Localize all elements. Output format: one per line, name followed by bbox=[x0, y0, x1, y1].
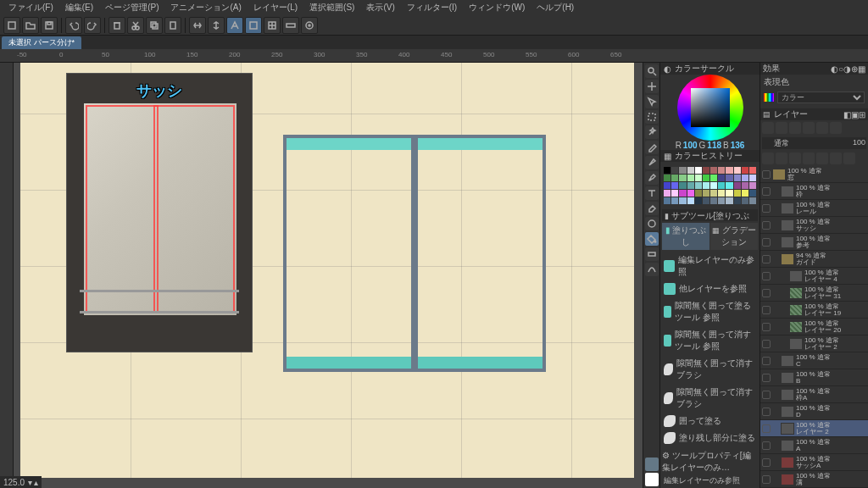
layer-row[interactable]: 100 % 通常窓 bbox=[760, 166, 868, 183]
visibility-toggle[interactable] bbox=[762, 391, 771, 399]
redo-button[interactable] bbox=[84, 17, 101, 34]
visibility-toggle[interactable] bbox=[762, 441, 771, 450]
zoom-up-icon[interactable]: ▴ bbox=[34, 478, 38, 487]
color-swatch[interactable] bbox=[749, 197, 756, 204]
layer-row[interactable]: 100 % 通常C bbox=[760, 352, 868, 369]
tool-a-button[interactable] bbox=[226, 17, 243, 34]
menu-select[interactable]: 選択範囲(S) bbox=[304, 0, 359, 15]
layer-row[interactable]: 100 % 通常枠 bbox=[760, 183, 868, 200]
subtool-row[interactable]: 隙間無く囲って消すブラシ bbox=[662, 355, 758, 384]
layer-row[interactable]: 100 % 通常枠A bbox=[760, 386, 868, 403]
layer-row[interactable]: 100 % 通常レイヤー 2 bbox=[760, 420, 868, 437]
color-swatch[interactable] bbox=[726, 175, 732, 181]
layer-row[interactable]: 94 % 通常ガイド bbox=[760, 251, 868, 268]
visibility-toggle[interactable] bbox=[762, 475, 771, 484]
color-swatch[interactable] bbox=[695, 190, 702, 197]
visibility-toggle[interactable] bbox=[762, 221, 771, 230]
cut-button[interactable] bbox=[127, 17, 144, 34]
menu-file[interactable]: ファイル(F) bbox=[3, 0, 58, 15]
color-swatch[interactable] bbox=[749, 167, 756, 174]
color-swatch[interactable] bbox=[710, 190, 717, 197]
color-swatch[interactable] bbox=[695, 167, 702, 174]
new-button[interactable] bbox=[3, 17, 20, 34]
color-swatch[interactable] bbox=[734, 167, 741, 174]
color-swatch[interactable] bbox=[734, 182, 741, 189]
subtool-row[interactable]: 囲って塗る bbox=[662, 413, 758, 430]
color-swatch[interactable] bbox=[671, 167, 678, 174]
color-swatch[interactable] bbox=[710, 197, 717, 204]
visibility-toggle[interactable] bbox=[762, 424, 771, 433]
color-swatch[interactable] bbox=[726, 167, 732, 174]
visibility-toggle[interactable] bbox=[762, 255, 771, 263]
color-swatch[interactable] bbox=[664, 182, 670, 189]
color-swatch[interactable] bbox=[703, 175, 709, 181]
color-swatch[interactable] bbox=[687, 182, 694, 189]
color-swatch[interactable] bbox=[679, 175, 686, 181]
subtool-row[interactable]: 塗り残し部分に塗る bbox=[662, 430, 758, 446]
visibility-toggle[interactable] bbox=[762, 357, 771, 365]
color-swatch[interactable] bbox=[742, 197, 748, 204]
layer-lock-6[interactable] bbox=[830, 152, 842, 164]
color-swatch[interactable] bbox=[671, 175, 678, 181]
flip-h-button[interactable] bbox=[189, 17, 206, 34]
menu-page[interactable]: ページ管理(P) bbox=[100, 0, 164, 15]
visibility-toggle[interactable] bbox=[762, 187, 771, 196]
subtool-tab-fill[interactable]: ▮ 塗りつぶし bbox=[662, 223, 709, 250]
color-swatch[interactable] bbox=[749, 182, 756, 189]
menu-help[interactable]: ヘルプ(H) bbox=[531, 0, 579, 15]
color-swatch[interactable] bbox=[726, 197, 732, 204]
canvas-area[interactable]: サッシ bbox=[14, 63, 643, 488]
visibility-toggle[interactable] bbox=[762, 458, 771, 467]
subtool-row[interactable]: 隙間無く囲って消すブラシ bbox=[662, 384, 758, 413]
layer-row[interactable]: 100 % 通常参考 bbox=[760, 234, 868, 251]
brush-tool[interactable] bbox=[645, 171, 659, 185]
subtool-row[interactable]: 編集レイヤーのみ参照 bbox=[662, 252, 758, 280]
color-swatch[interactable] bbox=[664, 197, 670, 204]
menu-edit[interactable]: 編集(E) bbox=[60, 0, 98, 15]
color-swatch[interactable] bbox=[695, 182, 702, 189]
colormode-select[interactable]: カラー bbox=[777, 92, 865, 103]
color-swatch[interactable] bbox=[703, 197, 709, 204]
subtool-row[interactable]: 隙間無く囲って消すツール 参照 bbox=[662, 326, 758, 355]
visibility-toggle[interactable] bbox=[762, 238, 771, 247]
visibility-toggle[interactable] bbox=[762, 306, 771, 314]
color-swatch[interactable] bbox=[679, 167, 686, 174]
subtool-tab-gradient[interactable]: ▦ グラデーション bbox=[710, 223, 758, 250]
color-swatch[interactable] bbox=[664, 190, 670, 197]
operation-tool[interactable] bbox=[645, 95, 659, 108]
ruler-button[interactable] bbox=[282, 17, 299, 34]
fill-tool[interactable] bbox=[645, 232, 659, 246]
layer-row[interactable]: 100 % 通常レイヤー 19 bbox=[760, 302, 868, 319]
color-swatch[interactable] bbox=[734, 190, 741, 197]
layer-row[interactable]: 100 % 通常レイヤー 31 bbox=[760, 285, 868, 302]
menu-window[interactable]: ウィンドウ(W) bbox=[464, 0, 530, 15]
menu-layer[interactable]: レイヤー(L) bbox=[248, 0, 303, 15]
save-button[interactable] bbox=[41, 17, 58, 34]
menu-anim[interactable]: アニメーション(A) bbox=[165, 0, 246, 15]
color-swatch[interactable] bbox=[718, 190, 725, 197]
background-color[interactable] bbox=[645, 473, 659, 486]
visibility-toggle[interactable] bbox=[762, 204, 771, 213]
color-swatch[interactable] bbox=[742, 167, 748, 174]
color-swatch[interactable] bbox=[664, 167, 670, 174]
layer-row[interactable]: 100 % 通常サッシA bbox=[760, 454, 868, 471]
color-swatch[interactable] bbox=[742, 190, 748, 197]
layer-row[interactable]: 100 % 通常B bbox=[760, 369, 868, 386]
color-swatch[interactable] bbox=[703, 190, 709, 197]
delete-button[interactable] bbox=[108, 17, 125, 34]
visibility-toggle[interactable] bbox=[762, 340, 771, 348]
menu-filter[interactable]: フィルター(I) bbox=[402, 0, 462, 15]
zoom-tool[interactable] bbox=[645, 64, 659, 78]
tool-b-button[interactable] bbox=[245, 17, 262, 34]
copy-button[interactable] bbox=[146, 17, 163, 34]
layer-btn-5[interactable] bbox=[816, 122, 828, 134]
layer-lock-1[interactable] bbox=[762, 152, 774, 164]
text-tool[interactable] bbox=[645, 186, 659, 200]
color-swatch[interactable] bbox=[742, 182, 748, 189]
color-swatch[interactable] bbox=[742, 175, 748, 181]
color-swatch[interactable] bbox=[749, 175, 756, 181]
visibility-toggle[interactable] bbox=[762, 289, 771, 297]
color-swatch[interactable] bbox=[679, 197, 686, 204]
undo-button[interactable] bbox=[65, 17, 82, 34]
color-swatch[interactable] bbox=[718, 167, 725, 174]
